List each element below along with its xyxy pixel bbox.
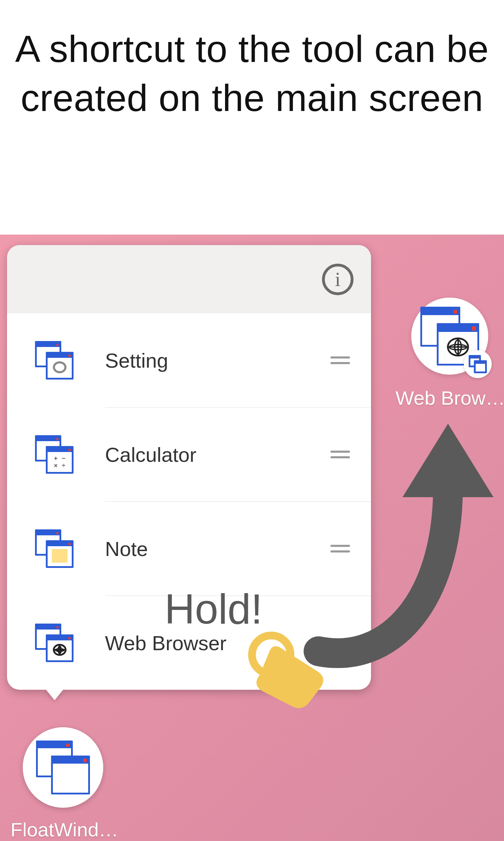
tool-label: Calculator — [105, 443, 330, 466]
info-icon: i — [335, 267, 341, 291]
note-window-icon — [35, 529, 74, 568]
home-shortcut-web-browser[interactable]: Web Brow… — [396, 298, 504, 409]
stage: A shortcut to the tool can be created on… — [0, 0, 504, 841]
calculator-window-icon: +−×÷ — [35, 435, 74, 474]
home-screen-background: i Setting — [0, 235, 504, 841]
web-browser-window-icon — [35, 624, 74, 662]
tool-label: Note — [105, 537, 330, 561]
web-browser-shortcut-icon — [411, 298, 488, 375]
info-button[interactable]: i — [322, 264, 354, 295]
drag-arrow-icon — [298, 420, 504, 672]
panel-tail — [46, 689, 64, 700]
tool-row-setting[interactable]: Setting — [7, 313, 371, 407]
tap-hold-hand-icon — [238, 627, 326, 714]
panel-header: i — [7, 245, 371, 313]
tool-label: Setting — [105, 349, 330, 372]
setting-window-icon — [35, 341, 74, 380]
home-shortcut-floatwindow[interactable]: FloatWind… — [10, 727, 115, 841]
svg-marker-1 — [402, 424, 493, 497]
floatwindow-app-icon — [23, 727, 103, 808]
shortcut-label: FloatWind… — [10, 818, 115, 841]
shortcut-label: Web Brow… — [396, 387, 504, 409]
caption-text: A shortcut to the tool can be created on… — [0, 25, 504, 123]
hold-annotation-label: Hold! — [164, 585, 262, 633]
drag-handle-icon[interactable] — [330, 356, 350, 364]
